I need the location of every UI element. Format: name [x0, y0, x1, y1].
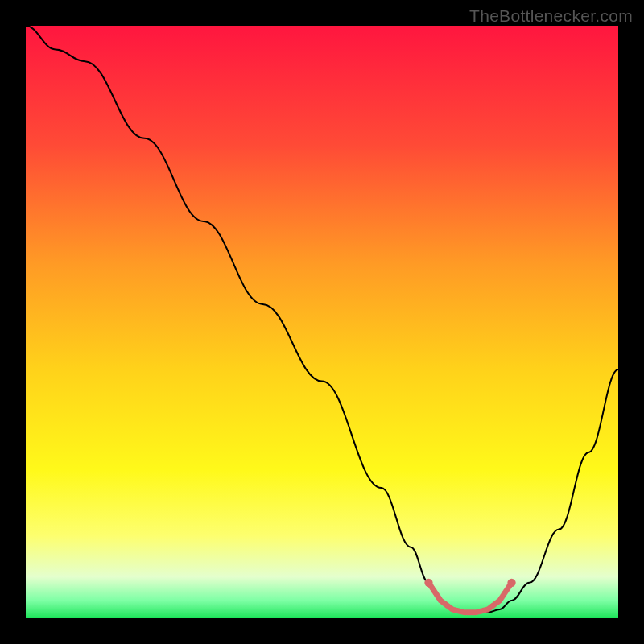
plot-area	[26, 26, 618, 618]
svg-point-1	[424, 579, 432, 587]
watermark-text: TheBottlenecker.com	[469, 6, 633, 26]
chart-container: TheBottlenecker.com	[0, 0, 644, 644]
bottleneck-curve	[26, 26, 618, 618]
svg-point-2	[507, 579, 515, 587]
